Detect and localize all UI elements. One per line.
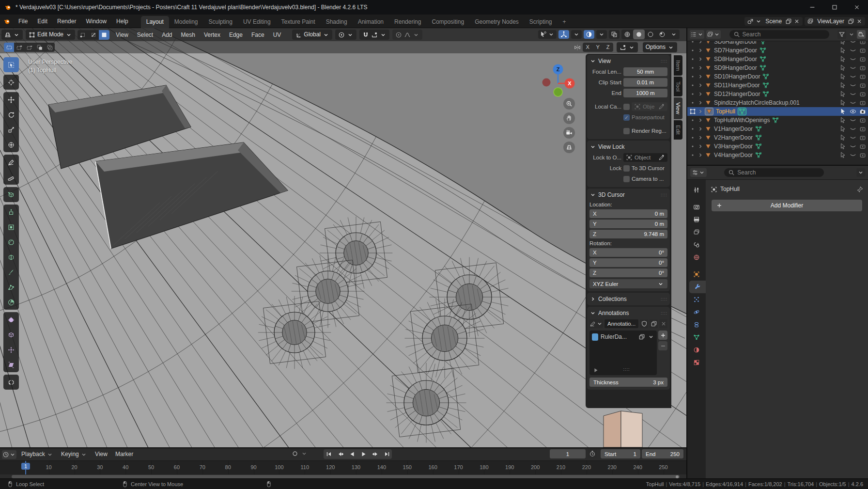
main-menu-edit[interactable]: Edit xyxy=(32,16,52,27)
outliner-item-sd11hangerdoor[interactable]: SD11HangerDoor xyxy=(687,81,868,90)
disable-render-icon[interactable] xyxy=(859,143,866,150)
pan-button[interactable] xyxy=(563,112,575,124)
selectable-icon[interactable] xyxy=(840,47,847,54)
outliner-item-v4hangerdoor[interactable]: V4HangerDoor xyxy=(687,151,868,159)
workspace-tab-modeling[interactable]: Modeling xyxy=(169,16,203,28)
object-name[interactable]: V2HangerDoor xyxy=(714,134,753,141)
outliner-item-v3hangerdoor[interactable]: V3HangerDoor xyxy=(687,142,868,151)
orientation-dropdown[interactable]: Global xyxy=(292,30,332,40)
rotate-tool-button[interactable] xyxy=(3,107,19,122)
eyedropper-icon[interactable] xyxy=(658,154,665,161)
expand-chevron-icon[interactable] xyxy=(697,47,704,54)
main-menu-help[interactable]: Help xyxy=(111,16,133,27)
object-name[interactable]: SpindizzyHatchCircleBackup.001 xyxy=(714,99,800,106)
new-scene-icon[interactable] xyxy=(785,18,792,25)
outliner-filter-images[interactable] xyxy=(706,30,721,39)
tab-render-properties[interactable] xyxy=(687,201,706,213)
disable-render-icon[interactable] xyxy=(859,82,866,89)
disable-render-icon[interactable] xyxy=(859,108,866,115)
tweak-select-tool-button[interactable] xyxy=(3,57,19,72)
cursor-rot-z-field[interactable]: Z0° xyxy=(589,268,667,277)
workspace-tab-texture-paint[interactable]: Texture Paint xyxy=(276,16,321,28)
add-layer-button[interactable] xyxy=(658,331,667,340)
hide-viewport-icon[interactable] xyxy=(850,117,856,124)
cursor-tool-button[interactable] xyxy=(3,75,19,90)
snap-individual-dropdown[interactable] xyxy=(617,42,638,52)
thickness-slider[interactable]: Thickness 3 px xyxy=(589,378,667,387)
vertex-select-button[interactable] xyxy=(78,30,88,40)
expand-chevron-icon[interactable] xyxy=(697,108,704,115)
workspace-tab-uv-editing[interactable]: UV Editing xyxy=(238,16,276,28)
workspace-tab-geometry-nodes[interactable]: Geometry Nodes xyxy=(469,16,524,28)
expand-chevron-icon[interactable] xyxy=(697,82,704,89)
editor-type-button[interactable] xyxy=(1,30,23,40)
passepartout-checkbox[interactable]: ✓ xyxy=(623,114,630,121)
viewport-menu-vertex[interactable]: Vertex xyxy=(200,30,225,40)
current-frame-badge[interactable]: 1 xyxy=(21,463,30,470)
timeline-editor-type[interactable] xyxy=(2,450,16,459)
expand-chevron-icon[interactable] xyxy=(697,56,704,63)
workspace-tab-animation[interactable]: Animation xyxy=(353,16,389,28)
scene-selector[interactable]: Scene xyxy=(744,17,803,26)
expand-chevron-icon[interactable] xyxy=(697,64,704,72)
outliner-item-sd6hangerdoor[interactable]: SD6HangerDoor xyxy=(687,41,868,46)
proportional-edit-controls[interactable] xyxy=(392,30,422,40)
inset-faces-tool-button[interactable] xyxy=(3,220,19,235)
gizmos-dropdown[interactable] xyxy=(571,30,582,39)
outliner-display-mode[interactable] xyxy=(690,30,704,39)
outliner-item-sd7hangerdoor[interactable]: SD7HangerDoor xyxy=(687,46,868,55)
cursor-3d-header[interactable]: 3D Cursor :::: xyxy=(589,189,667,200)
cursor-rot-y-field[interactable]: Y0° xyxy=(589,258,667,267)
remove-scene-icon[interactable] xyxy=(793,18,800,25)
selectable-icon[interactable] xyxy=(840,64,847,72)
n-panel-tab-edit[interactable]: Edit xyxy=(674,120,682,140)
next-keyframe-button[interactable] xyxy=(370,449,380,459)
camera-to-view-checkbox[interactable] xyxy=(623,176,630,182)
loop-cut-tool-button[interactable] xyxy=(3,250,19,265)
layer-color-swatch[interactable] xyxy=(592,333,598,341)
view-section-header[interactable]: View :::: xyxy=(589,56,667,66)
object-name[interactable]: SD11HangerDoor xyxy=(714,82,760,89)
face-select-button[interactable] xyxy=(99,30,109,40)
workspace-tab-layout[interactable]: Layout xyxy=(141,16,169,28)
selectable-icon[interactable] xyxy=(840,152,847,159)
outliner-item-v1hangerdoor[interactable]: V1HangerDoor xyxy=(687,125,868,133)
start-frame-field[interactable]: Start 1 xyxy=(601,449,640,458)
overlays-toggle[interactable] xyxy=(584,30,594,39)
wireframe-shading-button[interactable] xyxy=(621,30,633,39)
n-panel-tab-item[interactable]: Item xyxy=(674,55,682,76)
hide-viewport-icon[interactable] xyxy=(850,108,856,115)
collections-header[interactable]: Collections :::: xyxy=(589,294,667,304)
add-cube-tool-button[interactable] xyxy=(3,187,19,202)
lock-to-object-field[interactable]: Object xyxy=(623,153,667,162)
expand-chevron-icon[interactable] xyxy=(697,126,704,133)
shrink-fatten-tool-button[interactable] xyxy=(3,342,19,357)
outliner-item-sd10hangerdoor[interactable]: SD10HangerDoor xyxy=(687,72,868,81)
hide-viewport-icon[interactable] xyxy=(850,99,856,107)
extrude-region-tool-button[interactable] xyxy=(3,205,19,220)
local-camera-checkbox[interactable] xyxy=(623,104,630,110)
disable-render-icon[interactable] xyxy=(859,134,866,142)
hide-viewport-icon[interactable] xyxy=(850,41,856,45)
properties-options-dropdown[interactable] xyxy=(856,168,865,177)
expand-chevron-icon[interactable] xyxy=(697,152,704,159)
timeline-menu-keying[interactable]: Keying xyxy=(57,449,91,459)
fake-user-button[interactable] xyxy=(640,319,648,328)
hide-viewport-icon[interactable] xyxy=(850,47,856,54)
mirror-y-button[interactable]: Y xyxy=(593,43,603,52)
spin-tool-button[interactable] xyxy=(3,295,19,310)
play-button[interactable] xyxy=(358,449,369,459)
n-panel-tab-view[interactable]: View xyxy=(674,97,682,119)
object-name[interactable]: SD7HangerDoor xyxy=(714,47,757,54)
annotation-name-field[interactable]: Annotatio... xyxy=(604,319,638,328)
outliner-item-sd12hangerdoor[interactable]: SD12HangerDoor xyxy=(687,90,868,98)
material-shading-button[interactable] xyxy=(645,30,656,39)
tab-object-properties[interactable] xyxy=(687,268,706,281)
shading-dropdown[interactable] xyxy=(668,30,680,39)
selectable-icon[interactable] xyxy=(840,126,847,133)
cursor-loc-z-field[interactable]: Z9.748 m xyxy=(589,230,667,238)
outliner-search[interactable]: Search xyxy=(729,30,829,39)
main-menu-window[interactable]: Window xyxy=(81,16,111,27)
scale-tool-button[interactable] xyxy=(3,122,19,137)
annotate-tool-button[interactable] xyxy=(3,155,19,170)
